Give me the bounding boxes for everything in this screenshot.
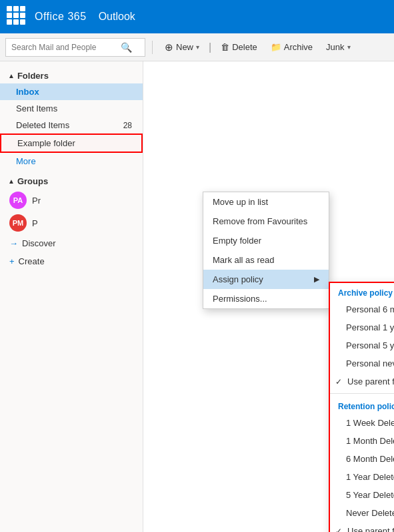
content-area: Move up in list Remove from Favourites E… [143, 61, 394, 532]
group-pm-name: P [32, 218, 38, 228]
junk-button[interactable]: Junk ▾ [321, 39, 355, 55]
submenu-retention-checked[interactable]: Use parent folder policy [330, 522, 394, 532]
submenu-retention-item-4[interactable]: 5 Year Delete (5 years) [330, 486, 394, 504]
sidebar-item-more[interactable]: More [0, 153, 143, 170]
deleted-label: Deleted Items [16, 120, 69, 130]
submenu-archive-checked[interactable]: Use parent folder policy [330, 372, 394, 390]
groups-chevron-icon: ▲ [8, 178, 15, 185]
main-layout: ▲ Folders Inbox Sent Items Deleted Items… [0, 61, 394, 532]
submenu-retention-item-1[interactable]: 1 Month Delete (1 month) [330, 432, 394, 450]
toolbar-pipe: | [209, 41, 211, 53]
discover-arrow-icon: → [9, 238, 18, 248]
top-bar: Office 365 Outlook [0, 0, 394, 33]
context-menu-mark-read[interactable]: Mark all as read [203, 250, 329, 270]
sent-label: Sent Items [16, 103, 57, 113]
archive-button[interactable]: 📁 Archive [265, 39, 318, 55]
submenu: Archive policy Personal 6 month move to … [329, 282, 394, 532]
new-label: New [176, 42, 193, 52]
submenu-retention-item-5[interactable]: Never Delete (Never) [330, 504, 394, 522]
submenu-archive-item-3[interactable]: Personal never move to archive (Never) [330, 354, 394, 372]
toolbar-separator [152, 41, 153, 54]
submenu-divider [330, 393, 394, 394]
context-menu-permissions[interactable]: Permissions... [203, 289, 329, 308]
groups-header[interactable]: ▲ Groups [0, 174, 143, 189]
search-icon[interactable]: 🔍 [121, 42, 132, 53]
submenu-retention-item-3[interactable]: 1 Year Delete (1 year) [330, 468, 394, 486]
junk-dropdown-icon[interactable]: ▾ [347, 43, 351, 51]
new-icon: ⊕ [165, 41, 173, 53]
junk-label: Junk [326, 42, 344, 52]
sidebar: ▲ Folders Inbox Sent Items Deleted Items… [0, 61, 143, 532]
folders-header[interactable]: ▲ Folders [0, 68, 143, 83]
new-button[interactable]: ⊕ New ▾ [159, 39, 205, 56]
sidebar-discover[interactable]: → Discover [0, 234, 143, 252]
retention-policy-header: Retention policy [330, 396, 394, 414]
submenu-arrow-icon: ▶ [314, 275, 319, 284]
new-dropdown-icon[interactable]: ▾ [196, 43, 199, 51]
context-menu-move-up[interactable]: Move up in list [203, 192, 329, 212]
submenu-archive-item-1[interactable]: Personal 1 year move to archive (1 year) [330, 318, 394, 336]
create-plus-icon: + [9, 256, 15, 266]
sidebar-group-pm[interactable]: PM P [0, 212, 143, 234]
app-name: Outlook [99, 11, 135, 23]
deleted-badge: 28 [123, 121, 132, 130]
archive-policy-header: Archive policy [330, 283, 394, 300]
example-label: Example folder [17, 138, 75, 148]
delete-label: Delete [232, 42, 257, 52]
context-menu-assign-policy[interactable]: Assign policy ▶ [203, 270, 329, 289]
sidebar-item-sent[interactable]: Sent Items [0, 100, 143, 117]
sidebar-item-inbox[interactable]: Inbox [0, 83, 143, 100]
delete-icon: 🗑 [221, 42, 229, 52]
sidebar-item-example[interactable]: Example folder [0, 134, 143, 153]
context-menu-empty[interactable]: Empty folder [203, 231, 329, 250]
search-box[interactable]: 🔍 [5, 38, 145, 57]
context-menu: Move up in list Remove from Favourites E… [203, 192, 329, 309]
search-input[interactable] [11, 43, 118, 52]
group-pm-avatar: PM [9, 214, 27, 232]
submenu-retention-item-0[interactable]: 1 Week Delete (7 days) [330, 414, 394, 432]
waffle-icon[interactable] [7, 6, 28, 27]
folders-chevron-icon: ▲ [8, 72, 15, 79]
archive-icon: 📁 [271, 42, 281, 52]
context-menu-remove-fav[interactable]: Remove from Favourites [203, 212, 329, 231]
sidebar-item-deleted[interactable]: Deleted Items 28 [0, 117, 143, 134]
submenu-retention-item-2[interactable]: 6 Month Delete (6 months) [330, 450, 394, 468]
toolbar: 🔍 ⊕ New ▾ | 🗑 Delete 📁 Archive Junk ▾ [0, 33, 394, 61]
inbox-label: Inbox [16, 87, 39, 97]
sidebar-group-pa[interactable]: PA Pr [0, 189, 143, 212]
sidebar-create[interactable]: + Create [0, 252, 143, 270]
archive-label: Archive [284, 42, 313, 52]
delete-button[interactable]: 🗑 Delete [215, 39, 263, 55]
submenu-archive-item-0[interactable]: Personal 6 month move to archive (7 mont… [330, 300, 394, 318]
app-title: Office 365 [35, 11, 87, 23]
group-pa-name: Pr [32, 196, 41, 206]
submenu-archive-item-2[interactable]: Personal 5 year move to archive (5 years… [330, 336, 394, 354]
group-pa-avatar: PA [9, 192, 27, 209]
